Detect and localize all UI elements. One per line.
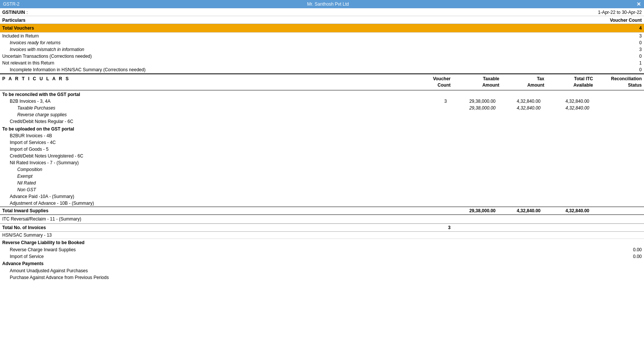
total-invoices-value: 3 [406,225,451,230]
reverse-charge-label: Import of Service [2,254,44,259]
reverse-charge-heading: Reverse Charge Liability to be Booked [0,239,644,246]
table-cell-label: Import of Goods - 5 [2,147,406,152]
table-cell-voucher: 3 [406,99,451,104]
table-cell-taxable [451,187,499,192]
table-cell-taxable [451,112,499,117]
th-particulars: P a r t i c u l a r s [2,76,406,88]
table-cell-voucher [406,174,451,179]
table-cell-reconciliation [593,153,642,159]
table-cell-tax [499,180,544,186]
totals-voucher [406,208,451,213]
table-cell-label: Taxable Purchases [2,105,406,111]
table-cell-tax [499,140,544,145]
table-cell-label: Non GST [2,187,406,192]
table-cell-itc: 4,32,840.00 [544,105,593,111]
total-vouchers-row: Total Vouchers 4 [0,24,644,33]
table-cell-itc [544,167,593,172]
table-cell-itc [544,187,593,192]
totals-row: Total Inward Supplies 29,38,000.00 4,32,… [0,207,644,215]
summary-row: Included in Return3 [2,33,642,39]
table-cell-taxable [451,167,499,172]
title-bar: GSTR-2 Mr. Santhosh Pvt Ltd ✕ [0,0,644,8]
summary-row: Not relevant in this Return1 [2,60,642,66]
table-row: Nil Rated Invoices - 7 - (Summary) [2,159,642,166]
company-name: Mr. Santhosh Pvt Ltd [307,2,349,7]
summary-row-label: Incomplete Information in HSN/SAC Summar… [2,67,145,72]
table-cell-reconciliation [593,167,642,172]
table-cell-tax [499,201,544,206]
close-button[interactable]: ✕ [637,2,641,7]
table-cell-reconciliation [593,133,642,138]
table-row: Reverse charge supplies [2,111,642,118]
table-cell-taxable [451,160,499,165]
table-cell-voucher [406,194,451,199]
table-cell-tax [499,160,544,165]
table-cell-label: Composition [2,167,406,172]
summary-row-value: 0 [639,54,642,59]
table-row: Import of Goods - 5 [2,146,642,153]
table-cell-tax [499,119,544,124]
table-row: Import of Services - 4C [2,139,642,146]
totals-reconciliation [593,208,642,213]
table-cell-tax [499,133,544,138]
summary-row: Incomplete Information in HSN/SAC Summar… [2,66,642,73]
particulars-header: Particulars [2,18,25,23]
reverse-charge-row: Reverse Charge Inward Supplies0.00 [0,246,644,253]
reverse-charge-row: Import of Service0.00 [0,253,644,260]
table-cell-voucher [406,133,451,138]
summary-row-value: 0 [639,67,642,72]
table-cell-tax [499,194,544,199]
table-row: B2BUR Invoices - 4B [2,132,642,139]
th-taxable-amount: Taxable Amount [451,76,499,88]
table-cell-voucher [406,105,451,111]
reverse-charge-section: Reverse Charge Liability to be Booked Re… [0,239,644,260]
table-row: Credit/Debit Notes Regular - 6C [2,118,642,125]
table-cell-voucher [406,147,451,152]
table-cell-itc [544,133,593,138]
summary-row: Uncertain Transactions (Corrections need… [2,53,642,60]
hsn-sac-label: HSN/SAC Summary - 13 [2,232,52,238]
reverse-charge-label: Reverse Charge Inward Supplies [2,247,76,252]
table-cell-label: Credit/Debit Notes Unregistered - 6C [2,153,406,159]
table-row: Adjustment of Advance - 10B - (Summary) [2,200,642,207]
table-cell-tax [499,147,544,152]
th-tax-amount: Tax Amount [499,76,544,88]
table-cell-tax [499,112,544,117]
table-cell-voucher [406,153,451,159]
hsn-sac-row: HSN/SAC Summary - 13 [0,232,644,239]
table-cell-reconciliation [593,187,642,192]
table-row: Advance Paid -10A - (Summary) [2,193,642,200]
total-vouchers-label: Total Vouchers [2,26,34,31]
totals-itc: 4,32,840.00 [544,208,593,213]
table-cell-label: Import of Services - 4C [2,140,406,145]
totals-tax: 4,32,840.00 [499,208,544,213]
table-column-header: P a r t i c u l a r s Voucher Count Taxa… [0,74,644,90]
itc-reversal-label: ITC Reversal/Reclaim - 11 - (Summary) [2,216,81,222]
table-cell-itc [544,140,593,145]
table-cell-label: Reverse charge supplies [2,112,406,117]
total-vouchers-value: 4 [639,26,642,31]
table-cell-taxable [451,133,499,138]
table-cell-taxable [451,180,499,186]
table-cell-reconciliation [593,160,642,165]
th-voucher-count: Voucher Count [406,76,451,88]
table-cell-reconciliation [593,112,642,117]
table-cell-voucher [406,112,451,117]
table-row: Taxable Purchases29,38,000.004,32,840.00… [2,105,642,111]
table-cell-label: B2BUR Invoices - 4B [2,133,406,138]
table-cell-itc [544,174,593,179]
table-cell-tax [499,153,544,159]
table-cell-itc [544,194,593,199]
summary-row-label: Not relevant in this Return [2,60,54,66]
table-cell-label: B2B Invoices - 3, 4A [2,99,406,104]
table-cell-label: Advance Paid -10A - (Summary) [2,194,406,199]
table-cell-voucher [406,119,451,124]
table-cell-voucher [406,140,451,145]
table-cell-taxable [451,201,499,206]
table-cell-itc: 4,32,840.00 [544,99,593,104]
table-cell-voucher [406,160,451,165]
totals-taxable: 29,38,000.00 [451,208,499,213]
table-cell-voucher [406,167,451,172]
table-cell-label: Nil Rated [2,180,406,186]
table-cell-itc [544,201,593,206]
